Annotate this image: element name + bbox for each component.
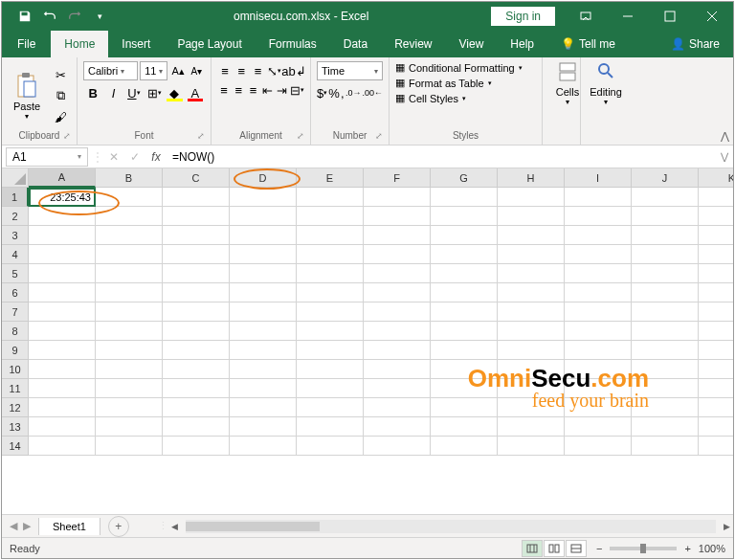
col-header-D[interactable]: D [230, 168, 297, 188]
cell-J8[interactable] [632, 322, 699, 341]
cell-E10[interactable] [297, 360, 364, 379]
fx-icon[interactable]: fx [145, 146, 167, 168]
cell-H5[interactable] [498, 264, 565, 283]
align-left-icon[interactable]: ≡ [217, 80, 231, 100]
row-header-1[interactable]: 1 [2, 188, 29, 207]
cell-I9[interactable] [565, 341, 632, 360]
cell-styles-button[interactable]: ▦Cell Styles▾ [395, 92, 536, 104]
row-header-6[interactable]: 6 [2, 283, 29, 302]
cell-D13[interactable] [230, 417, 297, 437]
cell-A11[interactable] [29, 379, 96, 398]
cell-H9[interactable] [498, 341, 565, 360]
cell-I12[interactable] [565, 398, 632, 417]
spreadsheet-grid[interactable]: ABCDEFGHIJK123:25:43234567891011121314 [2, 168, 733, 514]
comma-icon[interactable]: , [341, 83, 345, 102]
font-size-combo[interactable]: 11▾ [140, 61, 167, 80]
cell-D6[interactable] [230, 283, 297, 302]
col-header-B[interactable]: B [96, 168, 163, 188]
tab-review[interactable]: Review [381, 31, 445, 57]
cell-F9[interactable] [364, 341, 431, 360]
cell-C7[interactable] [163, 302, 230, 322]
cell-B3[interactable] [96, 226, 163, 245]
cell-K12[interactable] [699, 398, 733, 417]
row-header-8[interactable]: 8 [2, 322, 29, 341]
row-header-7[interactable]: 7 [2, 302, 29, 322]
cell-H1[interactable] [498, 188, 565, 207]
cell-G1[interactable] [431, 188, 498, 207]
cell-B11[interactable] [96, 379, 163, 398]
cell-F7[interactable] [364, 302, 431, 322]
cell-G14[interactable] [431, 437, 498, 456]
tab-nav[interactable]: ◀▶ [2, 520, 38, 532]
cell-A13[interactable] [29, 417, 96, 437]
cell-I10[interactable] [565, 360, 632, 379]
cell-K1[interactable] [699, 188, 733, 207]
cell-K13[interactable] [699, 417, 733, 437]
cell-I1[interactable] [565, 188, 632, 207]
cell-B4[interactable] [96, 245, 163, 264]
cell-J10[interactable] [632, 360, 699, 379]
cell-I3[interactable] [565, 226, 632, 245]
increase-indent-icon[interactable]: ⇥ [276, 80, 289, 100]
cell-F8[interactable] [364, 322, 431, 341]
cell-F4[interactable] [364, 245, 431, 264]
increase-decimal-icon[interactable]: .0→ [345, 83, 362, 102]
cell-B1[interactable] [96, 188, 163, 207]
cell-D12[interactable] [230, 398, 297, 417]
number-format-combo[interactable]: Time▾ [317, 61, 383, 80]
cell-C8[interactable] [163, 322, 230, 341]
cell-G12[interactable] [431, 398, 498, 417]
cell-G4[interactable] [431, 245, 498, 264]
cell-A10[interactable] [29, 360, 96, 379]
number-launcher[interactable]: ⤢ [375, 131, 387, 143]
cell-K10[interactable] [699, 360, 733, 379]
cell-K11[interactable] [699, 379, 733, 398]
cell-I11[interactable] [565, 379, 632, 398]
hscroll-thumb[interactable] [186, 522, 320, 531]
cell-J5[interactable] [632, 264, 699, 283]
clipboard-launcher[interactable]: ⤢ [63, 131, 75, 143]
cell-C10[interactable] [163, 360, 230, 379]
tab-insert[interactable]: Insert [108, 31, 164, 57]
alignment-launcher[interactable]: ⤢ [297, 131, 308, 143]
formula-input[interactable]: =NOW() [167, 147, 716, 167]
cell-D5[interactable] [230, 264, 297, 283]
orientation-icon[interactable]: ⤡▾ [267, 61, 282, 80]
cell-K3[interactable] [699, 226, 733, 245]
horizontal-scrollbar[interactable] [186, 520, 716, 533]
cell-G3[interactable] [431, 226, 498, 245]
bold-button[interactable]: B [83, 83, 102, 102]
cell-H8[interactable] [498, 322, 565, 341]
cell-A2[interactable] [29, 207, 96, 226]
cell-G11[interactable] [431, 379, 498, 398]
row-header-5[interactable]: 5 [2, 264, 29, 283]
name-box[interactable]: A1▾ [6, 147, 88, 167]
row-header-9[interactable]: 9 [2, 341, 29, 360]
merge-icon[interactable]: ⊟▾ [290, 80, 304, 100]
cell-J4[interactable] [632, 245, 699, 264]
cell-C12[interactable] [163, 398, 230, 417]
cell-G6[interactable] [431, 283, 498, 302]
undo-icon[interactable] [38, 5, 61, 28]
cell-A1[interactable]: 23:25:43 [29, 188, 96, 207]
cancel-formula-icon[interactable]: ✕ [103, 146, 124, 168]
cell-J3[interactable] [632, 226, 699, 245]
col-header-I[interactable]: I [565, 168, 632, 188]
row-header-10[interactable]: 10 [2, 360, 29, 379]
cell-E11[interactable] [297, 379, 364, 398]
cell-B10[interactable] [96, 360, 163, 379]
cell-D10[interactable] [230, 360, 297, 379]
align-center-icon[interactable]: ≡ [232, 80, 245, 100]
row-header-2[interactable]: 2 [2, 207, 29, 226]
tab-data[interactable]: Data [330, 31, 381, 57]
fill-color-icon[interactable]: ◆ [165, 83, 184, 102]
cell-D3[interactable] [230, 226, 297, 245]
page-layout-view-icon[interactable] [544, 540, 565, 557]
row-header-14[interactable]: 14 [2, 437, 29, 456]
cell-J2[interactable] [632, 207, 699, 226]
cell-B8[interactable] [96, 322, 163, 341]
cell-D8[interactable] [230, 322, 297, 341]
tab-help[interactable]: Help [497, 31, 547, 57]
cell-D2[interactable] [230, 207, 297, 226]
cell-H10[interactable] [498, 360, 565, 379]
